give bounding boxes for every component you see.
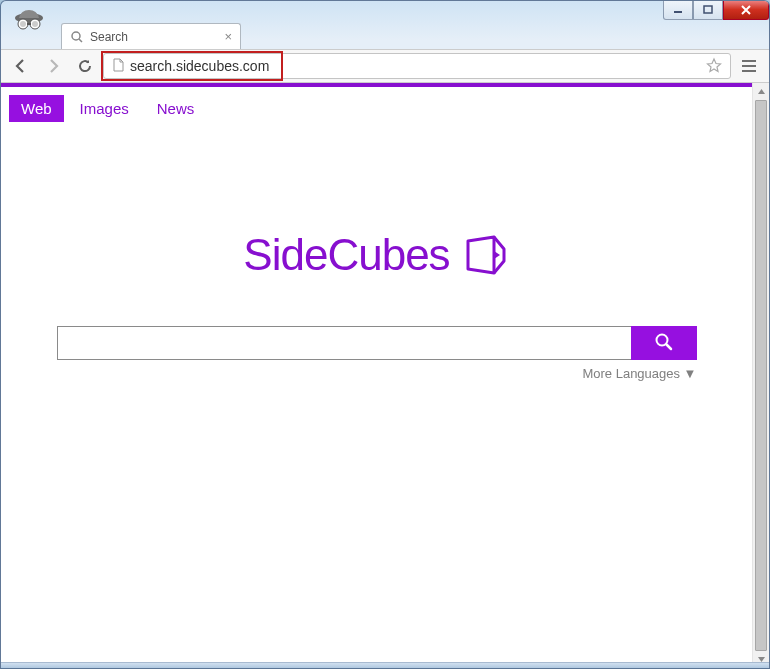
- browser-tab[interactable]: Search ×: [61, 23, 241, 49]
- scroll-up-arrow-icon[interactable]: [753, 83, 769, 100]
- tab-close-icon[interactable]: ×: [224, 29, 232, 44]
- back-button[interactable]: [7, 52, 35, 80]
- nav-web[interactable]: Web: [9, 95, 64, 122]
- logo-cube-icon: [462, 231, 510, 279]
- search-form: [57, 326, 697, 360]
- more-languages-link[interactable]: More Languages ▼: [57, 366, 697, 381]
- svg-line-11: [666, 344, 671, 349]
- vertical-scrollbar[interactable]: [752, 83, 769, 668]
- svg-rect-0: [674, 11, 682, 13]
- search-input[interactable]: [57, 326, 631, 360]
- tab-strip: Search ×: [1, 19, 769, 49]
- menu-button[interactable]: [735, 52, 763, 80]
- logo-area: SideCubes: [1, 230, 752, 280]
- browser-toolbar: search.sidecubes.com: [1, 49, 769, 83]
- window-bottom-frame: [1, 662, 769, 668]
- search-favicon-icon: [70, 30, 84, 44]
- browser-window: Search × search.sidecubes.com: [0, 0, 770, 669]
- scroll-thumb[interactable]: [755, 100, 767, 651]
- logo-text: SideCubes: [243, 230, 449, 280]
- window-maximize-button[interactable]: [693, 0, 723, 20]
- address-url: search.sidecubes.com: [130, 58, 269, 74]
- svg-point-8: [72, 32, 80, 40]
- nav-news[interactable]: News: [145, 95, 207, 122]
- page-icon: [112, 58, 124, 75]
- window-controls: [663, 0, 769, 20]
- tab-title: Search: [90, 30, 128, 44]
- svg-rect-1: [704, 6, 712, 13]
- page-content: Web Images News SideCubes: [1, 83, 752, 668]
- reload-button[interactable]: [71, 52, 99, 80]
- sidecubes-logo: SideCubes: [243, 230, 509, 280]
- search-category-nav: Web Images News: [1, 87, 752, 130]
- svg-line-9: [79, 39, 82, 42]
- search-button[interactable]: [631, 326, 697, 360]
- nav-images[interactable]: Images: [68, 95, 141, 122]
- forward-button[interactable]: [39, 52, 67, 80]
- window-minimize-button[interactable]: [663, 0, 693, 20]
- bookmark-star-icon[interactable]: [706, 57, 722, 76]
- page-viewport: Web Images News SideCubes: [1, 83, 769, 668]
- address-bar[interactable]: search.sidecubes.com: [103, 53, 731, 79]
- window-titlebar: [1, 1, 769, 19]
- window-close-button[interactable]: [723, 0, 769, 20]
- search-icon: [654, 332, 674, 355]
